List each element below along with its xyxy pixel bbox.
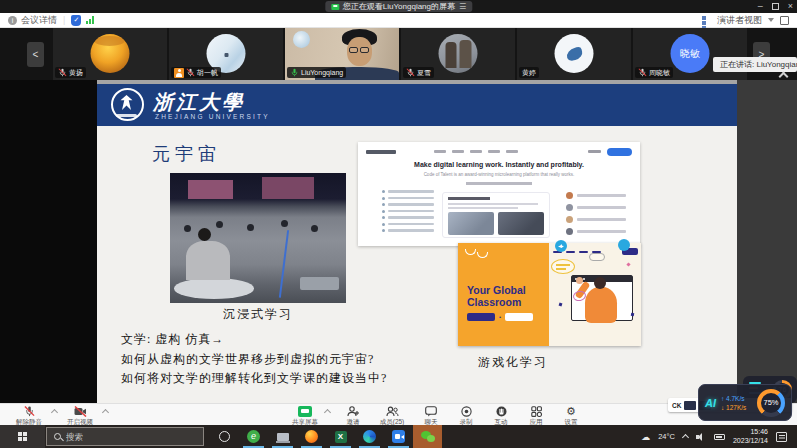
record-icon [461,406,472,417]
participant-tile[interactable]: 黄婷 [517,28,631,80]
scroll-left-button[interactable]: < [27,42,44,67]
excel-icon: X [335,431,347,443]
cta-button [607,148,632,156]
slide-title: 元宇宙 [152,142,221,166]
apps-button[interactable]: 应用 [524,406,548,427]
taskbar-search[interactable] [46,427,204,446]
unmute-button[interactable]: 解除静音 [10,406,48,427]
members-icon [386,406,399,417]
invite-person-icon [347,406,359,417]
participant-name: 黄婷 [522,68,536,78]
participant-name: 周晓敏 [649,68,670,78]
participant-tile[interactable]: 夏雪 [401,28,515,80]
mic-options-chevron[interactable] [51,409,58,416]
taskbar-item-firefox[interactable] [297,425,326,448]
apps-grid-icon [531,406,542,417]
weather-cloud-icon[interactable]: ☁ [641,432,650,442]
mic-muted-icon [406,68,415,77]
view-mode-selector[interactable]: 演讲者视图 [717,14,762,27]
start-learning-button [505,313,533,321]
window-title-bar: 您正在观看LiuYongqiang的屏幕 ☰ – × [0,0,797,13]
site-subline: Code of Talent is an award-winning micro… [358,172,640,177]
firefox-icon [305,430,318,443]
search-input[interactable] [66,432,176,442]
record-button[interactable]: 录制 [454,406,478,427]
twitter-icon [555,240,567,252]
gear-icon: ⚙ [566,406,576,417]
date: 2023/12/14 [733,437,768,446]
cpu-percent: 75% [761,393,781,413]
share-screen-icon [298,406,312,417]
chat-bubble-icon [618,239,630,251]
meeting-details-link[interactable]: 会议详情 [21,14,57,27]
invite-button[interactable]: 邀请 [341,406,365,427]
taskbar-item-meeting[interactable] [384,425,413,448]
taskbar-item-cortana[interactable] [210,425,239,448]
security-shield-icon[interactable]: ✓ [71,15,81,26]
hero-headline-line2: Classroom [467,296,526,308]
windows-taskbar: e X ☁ 24°C 15:46 2023/12/14 [0,425,797,448]
video-options-chevron[interactable] [102,409,109,416]
fullscreen-icon[interactable] [780,16,789,25]
site-demo-section [382,190,626,241]
photo-caption: 沉浸式学习 [202,306,314,323]
login-link-placeholder [588,150,601,153]
watching-screen-pill[interactable]: 您正在观看LiuYongqiang的屏幕 ☰ [325,1,472,12]
cortana-icon [219,431,230,442]
taskbar-item-excel[interactable]: X [326,425,355,448]
interact-button[interactable]: 互动 [489,406,513,427]
taskbar-item-browser[interactable]: e [239,425,268,448]
presentation-slide: 浙江大學 ZHEJIANG UNIVERSITY 元宇宙 沉浸式学习 文学: 虚… [97,84,737,403]
participant-tile[interactable]: 胡一帆 [169,28,283,80]
avatar [439,34,478,73]
clock[interactable]: 15:46 2023/12/14 [733,428,768,445]
temperature[interactable]: 24°C [658,432,675,441]
maximize-button[interactable] [772,3,779,10]
perf-widget-front[interactable]: AI ↑ 4.7K/s ↓ 127K/s 75% [698,384,792,421]
avatar: 晓敏 [671,34,710,73]
gamified-site-screenshot: Your Global Classroom • [458,243,641,346]
hero-headline-line1: Your Global [467,284,526,296]
participant-name: LiuYongqiang [301,69,343,76]
participant-tile[interactable]: 黄扬 [53,28,167,80]
chevron-down-icon [768,18,774,22]
or-divider: • [499,314,501,320]
share-screen-button[interactable]: 共享屏幕 [288,406,322,427]
start-button[interactable] [0,425,45,448]
action-center-icon[interactable] [776,432,787,442]
pill-menu-icon[interactable]: ☰ [459,1,466,12]
mic-muted-icon [638,68,647,77]
network-signal-icon[interactable] [86,16,94,24]
speech-bubble-shape [551,259,575,274]
game-caption: 游戏化学习 [478,354,548,371]
share-options-chevron[interactable] [324,409,331,416]
hidden-icons-chevron[interactable] [682,434,689,441]
university-name-cn: 浙江大學 [153,89,245,116]
site-nav [366,147,632,156]
chat-button[interactable]: 聊天 [419,406,443,427]
university-name-en: ZHEJIANG UNIVERSITY [155,113,270,120]
speaking-indicator: 正在讲话: LiuYongqiang [713,57,797,72]
taskbar-item-system[interactable] [268,425,297,448]
start-teaching-button [467,313,495,321]
participant-tile-video[interactable]: LiuYongqiang [285,28,399,80]
battery-icon[interactable] [714,434,725,440]
start-video-button[interactable]: 开启视频 [61,406,99,427]
windows-logo-icon [18,432,28,442]
taskbar-item-wechat[interactable] [413,425,442,448]
settings-button[interactable]: ⚙ 设置 [559,406,583,427]
system-tray: ☁ 24°C 15:46 2023/12/14 [641,425,797,448]
close-button[interactable]: × [788,0,793,13]
members-button[interactable]: 成员(25) [376,406,408,427]
time: 15:46 [733,428,768,437]
site-logo [366,150,396,154]
minimize-button[interactable]: – [758,0,763,13]
slide-header-band: 浙江大學 ZHEJIANG UNIVERSITY [97,84,737,126]
participant-tile[interactable]: 晓敏 周晓敏 [633,28,747,80]
volume-icon[interactable] [696,433,706,441]
divider: | [63,15,65,25]
taskbar-item-edge[interactable] [355,425,384,448]
meeting-window: 您正在观看LiuYongqiang的屏幕 ☰ – × i 会议详情 | ✓ 演讲… [0,0,797,448]
shared-screen-area: 浙江大學 ZHEJIANG UNIVERSITY 元宇宙 沉浸式学习 文学: 虚… [0,80,797,403]
mic-muted-icon [186,68,195,77]
